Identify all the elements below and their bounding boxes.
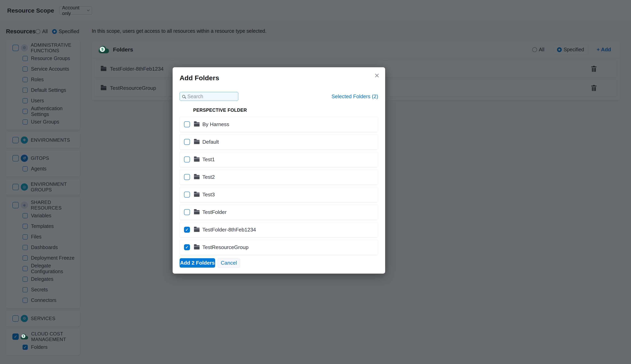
folder-checkbox[interactable] <box>184 121 190 127</box>
modal-title: Add Folders <box>180 74 378 82</box>
folder-name: By Harness <box>202 121 229 128</box>
list-item[interactable]: Test2 <box>180 169 378 185</box>
folder-checkbox[interactable] <box>184 192 190 198</box>
selected-folders-link[interactable]: Selected Folders (2) <box>332 94 378 100</box>
folder-name: TestFolder <box>202 209 226 215</box>
folder-icon <box>194 122 200 126</box>
folder-checkbox[interactable] <box>184 209 190 215</box>
folder-checkbox[interactable] <box>184 244 190 250</box>
folder-icon <box>194 192 200 197</box>
add-folders-modal: Add Folders ✕ Selected Folders (2) PERSP… <box>172 67 385 274</box>
list-item[interactable]: TestFolder <box>180 204 378 220</box>
list-item[interactable]: TestResourceGroup <box>180 240 378 255</box>
folder-icon <box>194 158 200 162</box>
list-item[interactable]: By Harness <box>180 116 378 132</box>
list-item[interactable]: Test1 <box>180 152 378 167</box>
list-item[interactable]: Default <box>180 134 378 150</box>
add-folders-button[interactable]: Add 2 Folders <box>180 258 215 268</box>
folder-icon <box>194 245 200 250</box>
search-icon <box>182 95 185 98</box>
cancel-button[interactable]: Cancel <box>218 258 240 268</box>
folder-name: Test3 <box>202 192 215 198</box>
folder-name: Test1 <box>202 156 215 163</box>
folder-checkbox[interactable] <box>184 227 190 233</box>
folder-icon <box>194 140 200 144</box>
column-header: PERSPECTIVE FOLDER <box>193 108 378 113</box>
search-box[interactable] <box>180 92 238 101</box>
folder-icon <box>194 228 200 232</box>
folder-icon <box>194 175 200 179</box>
folder-icon <box>194 210 200 214</box>
close-icon[interactable]: ✕ <box>374 72 380 79</box>
modal-folder-list: By Harness Default Test1 Test2 Test3 Tes… <box>180 116 378 255</box>
folder-checkbox[interactable] <box>184 174 190 180</box>
search-input[interactable] <box>188 94 236 100</box>
list-item[interactable]: Test3 <box>180 187 378 202</box>
folder-name: Default <box>202 139 219 145</box>
list-item[interactable]: TestFolder-8thFeb1234 <box>180 222 378 238</box>
folder-checkbox[interactable] <box>184 139 190 145</box>
dollar-icon: $ <box>22 334 25 338</box>
folder-checkbox[interactable] <box>184 156 190 162</box>
folder-name: TestResourceGroup <box>202 244 248 250</box>
modal-search-row: Selected Folders (2) <box>180 92 378 101</box>
modal-actions: Add 2 Folders Cancel <box>180 258 378 268</box>
folder-name: TestFolder-8thFeb1234 <box>202 227 256 233</box>
folder-name: Test2 <box>202 174 215 180</box>
dollar-icon: $ <box>100 47 105 52</box>
